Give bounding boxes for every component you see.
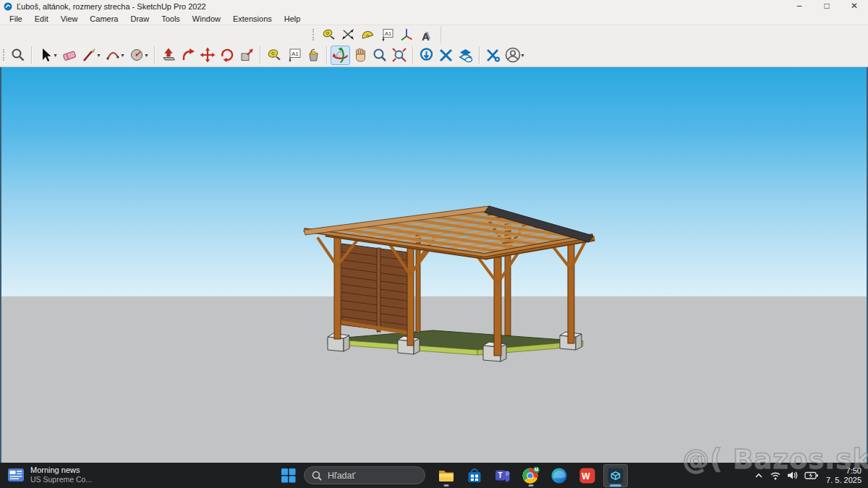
menu-draw[interactable]: Draw bbox=[124, 14, 156, 23]
clock-date: 7. 5. 2025 bbox=[826, 476, 861, 485]
extension-x-settings-button[interactable] bbox=[483, 46, 503, 65]
edge-icon bbox=[550, 467, 568, 484]
account-dropdown-caret[interactable]: ▼ bbox=[520, 53, 527, 58]
running-indicator bbox=[529, 484, 534, 487]
orbit-tool-button[interactable] bbox=[331, 46, 350, 65]
follow-me-tool-button[interactable] bbox=[178, 46, 197, 65]
wps-office-icon: W bbox=[579, 467, 596, 484]
arc-dropdown-caret[interactable]: ▼ bbox=[120, 53, 127, 58]
menu-edit[interactable]: Edit bbox=[29, 14, 55, 23]
select-cursor-icon bbox=[38, 47, 54, 63]
clock-time: 7:50 bbox=[826, 466, 861, 476]
protractor-tool-button[interactable] bbox=[359, 27, 376, 43]
taskbar-sketchup[interactable] bbox=[603, 464, 628, 487]
windows-taskbar: Morning news US Supreme Co... Hľadať T bbox=[0, 463, 868, 488]
pan-tool-button[interactable] bbox=[350, 46, 370, 65]
sketchup-window: Ľuboš, altánok, rozmery strecha - Sketch… bbox=[0, 0, 868, 488]
pencil-icon bbox=[81, 47, 97, 63]
taskbar-wps-office[interactable]: W bbox=[575, 464, 600, 487]
select-dropdown-caret[interactable]: ▼ bbox=[53, 53, 59, 58]
widget-headline: Morning news bbox=[30, 466, 92, 475]
toolbar-grip[interactable] bbox=[312, 29, 315, 40]
select-tool-button[interactable] bbox=[35, 46, 55, 65]
3d-text-icon: AA bbox=[419, 27, 433, 42]
svg-text:A1: A1 bbox=[292, 51, 299, 57]
construction-toolbar: A1 AA bbox=[307, 26, 441, 43]
3d-text-tool-button[interactable]: AA bbox=[417, 27, 435, 43]
windows-start-icon bbox=[281, 468, 296, 483]
scale-tool-button[interactable] bbox=[237, 46, 256, 65]
dimension-tool-button[interactable] bbox=[339, 27, 357, 43]
taskbar-edge[interactable] bbox=[547, 464, 571, 487]
menu-camera[interactable]: Camera bbox=[84, 14, 124, 23]
3d-viewport[interactable] bbox=[0, 67, 868, 463]
account-button[interactable] bbox=[503, 46, 522, 65]
scan-x-icon bbox=[438, 47, 454, 64]
arc-icon bbox=[105, 47, 121, 63]
trimble-connect-button[interactable] bbox=[417, 46, 436, 65]
taskbar-file-explorer[interactable] bbox=[434, 464, 459, 487]
move-icon bbox=[200, 47, 216, 63]
move-tool-button[interactable] bbox=[197, 46, 217, 65]
taskbar-search-input[interactable]: Hľadať bbox=[304, 466, 425, 484]
trimble-connect-icon bbox=[418, 47, 435, 64]
file-explorer-icon bbox=[438, 467, 455, 484]
rotate-tool-button[interactable] bbox=[217, 46, 237, 65]
svg-text:A1: A1 bbox=[385, 30, 391, 37]
paint-bucket-button[interactable] bbox=[303, 46, 323, 65]
zoom-tool-button[interactable] bbox=[370, 46, 389, 65]
close-button[interactable]: ✕ bbox=[841, 0, 868, 13]
menu-help[interactable]: Help bbox=[278, 14, 307, 23]
svg-text:T: T bbox=[498, 471, 503, 479]
plank-wall bbox=[339, 244, 411, 333]
circle-tool-button[interactable] bbox=[127, 46, 146, 65]
eraser-tool-button[interactable] bbox=[59, 46, 79, 65]
toolbar-row-1: A1 AA bbox=[0, 26, 868, 43]
volume-icon[interactable] bbox=[787, 471, 799, 480]
microsoft-store-icon bbox=[466, 467, 483, 484]
battery-icon[interactable] bbox=[804, 471, 819, 480]
start-button[interactable] bbox=[276, 464, 300, 487]
taskbar-microsoft-store[interactable] bbox=[462, 464, 487, 487]
menu-file[interactable]: File bbox=[4, 14, 29, 23]
widget-subheadline: US Supreme Co... bbox=[30, 475, 92, 484]
menu-extensions[interactable]: Extensions bbox=[227, 14, 278, 23]
text-tool-button[interactable]: A1 bbox=[378, 27, 396, 43]
scan-essentials-button[interactable] bbox=[436, 46, 456, 65]
wifi-icon[interactable] bbox=[770, 471, 781, 480]
tape-measure-tool-button[interactable] bbox=[320, 27, 337, 43]
pergola-model[interactable] bbox=[1, 67, 867, 463]
svg-text:M: M bbox=[535, 467, 538, 472]
minimize-button[interactable]: – bbox=[786, 0, 813, 13]
taskbar-teams[interactable]: T bbox=[490, 464, 515, 487]
menu-tools[interactable]: Tools bbox=[156, 14, 187, 23]
taskbar-clock[interactable]: 7:50 7. 5. 2025 bbox=[825, 466, 864, 484]
push-pull-tool-button[interactable] bbox=[158, 46, 178, 65]
cloud-layers-button[interactable] bbox=[456, 46, 475, 65]
active-running-indicator bbox=[610, 484, 621, 487]
menu-window[interactable]: Window bbox=[187, 14, 227, 23]
widgets-button[interactable]: Morning news US Supreme Co... bbox=[7, 466, 92, 484]
chevron-up-icon[interactable] bbox=[754, 471, 764, 480]
account-person-icon bbox=[504, 46, 522, 64]
search-tool-button[interactable] bbox=[8, 46, 27, 65]
search-icon bbox=[312, 471, 322, 481]
toolbar-grip-2[interactable] bbox=[3, 49, 6, 61]
circle-dropdown-caret[interactable]: ▼ bbox=[144, 53, 150, 58]
pergola-floor bbox=[328, 330, 583, 355]
tape-measure-icon bbox=[266, 47, 282, 63]
sketchup-icon bbox=[607, 467, 624, 484]
x-gear-icon bbox=[485, 47, 501, 64]
search-placeholder: Hľadať bbox=[328, 471, 355, 481]
axes-tool-button[interactable] bbox=[398, 27, 415, 43]
taskbar-chrome[interactable]: M bbox=[519, 464, 543, 487]
tape-measure-button[interactable] bbox=[264, 46, 284, 65]
maximize-button[interactable]: □ bbox=[813, 0, 841, 13]
search-icon bbox=[10, 47, 26, 63]
menu-view[interactable]: View bbox=[55, 14, 85, 23]
zoom-extents-button[interactable] bbox=[389, 46, 409, 65]
line-tool-button[interactable] bbox=[79, 46, 98, 65]
arc-tool-button[interactable] bbox=[103, 46, 122, 65]
line-dropdown-caret[interactable]: ▼ bbox=[96, 53, 103, 58]
text-button[interactable]: A1 bbox=[284, 46, 303, 65]
